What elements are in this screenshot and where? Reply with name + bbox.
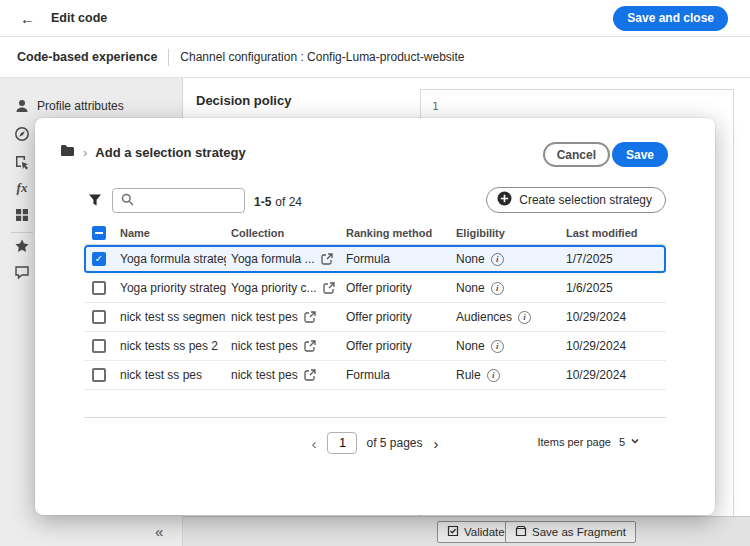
eligibility-value: None — [456, 339, 485, 353]
rail-divider — [11, 232, 33, 233]
back-icon[interactable]: ← — [20, 11, 35, 26]
feedback-icon[interactable] — [14, 264, 30, 280]
strategy-name: nick test ss pes — [115, 368, 226, 382]
column-header-last-modified: Last modified — [561, 227, 666, 239]
cancel-button[interactable]: Cancel — [543, 142, 610, 167]
collection-cell: nick test pes — [226, 368, 341, 382]
items-per-page-value: 5 — [619, 436, 625, 448]
data-grid-icon[interactable] — [14, 207, 30, 223]
info-icon[interactable] — [487, 369, 500, 382]
app-root: ← Edit code Save and close Code-based ex… — [0, 0, 750, 546]
compass-icon[interactable] — [14, 126, 30, 142]
collection-cell: nick test pes — [226, 339, 341, 353]
inspect-element-icon[interactable] — [14, 154, 30, 170]
open-collection-icon[interactable] — [321, 253, 333, 265]
page-number-input[interactable] — [327, 432, 357, 454]
info-icon[interactable] — [491, 340, 504, 353]
save-button[interactable]: Save — [612, 142, 668, 167]
add-selection-strategy-dialog: › Add a selection strategy Cancel Save 1… — [35, 118, 715, 515]
decision-policy-heading: Decision policy — [196, 93, 291, 108]
add-circle-icon — [497, 191, 512, 209]
sidebar-item-profile-attributes[interactable]: Profile attributes — [37, 99, 124, 113]
info-icon[interactable] — [491, 253, 504, 266]
create-selection-strategy-button[interactable]: Create selection strategy — [486, 187, 666, 213]
eligibility-value: Audiences — [456, 310, 512, 324]
editor-line-number: 1 — [432, 100, 439, 113]
dialog-title: Add a selection strategy — [95, 145, 245, 160]
validate-icon — [447, 525, 459, 539]
column-header-eligibility: Eligibility — [451, 227, 561, 239]
collection-name: Yoga formula ... — [231, 252, 315, 266]
row-checkbox[interactable] — [92, 310, 106, 324]
open-collection-icon[interactable] — [304, 369, 316, 381]
open-collection-icon[interactable] — [304, 311, 316, 323]
star-icon[interactable] — [14, 238, 30, 254]
eligibility-cell: Rule — [451, 368, 561, 382]
count-total: of 24 — [275, 195, 302, 209]
validate-label: Validate — [464, 526, 505, 538]
ranking-method: Formula — [341, 368, 451, 382]
eligibility-cell: None — [451, 339, 561, 353]
experience-type-label: Code-based experience — [17, 50, 157, 64]
items-per-page-label: Items per page — [538, 436, 611, 448]
table-row[interactable]: nick tests ss pes 2 nick test pes Offer … — [84, 332, 666, 361]
last-modified: 1/6/2025 — [561, 281, 666, 295]
items-per-page-dropdown[interactable]: 5 — [619, 436, 640, 448]
previous-page-icon[interactable]: ‹ — [309, 436, 318, 451]
filter-icon[interactable] — [88, 193, 102, 210]
next-page-icon[interactable]: › — [432, 436, 441, 451]
row-checkbox[interactable] — [92, 281, 106, 295]
collection-name: nick test pes — [231, 310, 298, 324]
last-modified: 10/29/2024 — [561, 310, 666, 324]
items-per-page: Items per page 5 — [538, 436, 641, 448]
info-icon[interactable] — [518, 311, 531, 324]
table-row[interactable]: nick test ss pes nick test pes Formula R… — [84, 361, 666, 390]
table-row[interactable]: nick test ss segment nick test pes Offer… — [84, 303, 666, 332]
editor-footer: Validate Save as Fragment — [183, 516, 750, 546]
open-collection-icon[interactable] — [323, 282, 335, 294]
strategy-name: nick tests ss pes 2 — [115, 339, 226, 353]
last-modified: 10/29/2024 — [561, 368, 666, 382]
row-checkbox[interactable] — [92, 368, 106, 382]
eligibility-value: None — [456, 252, 485, 266]
save-as-fragment-label: Save as Fragment — [532, 526, 626, 538]
column-header-collection: Collection — [226, 227, 341, 239]
info-icon[interactable] — [491, 282, 504, 295]
search-input[interactable] — [140, 194, 232, 208]
validate-button[interactable]: Validate — [437, 521, 515, 543]
row-checkbox[interactable] — [92, 339, 106, 353]
chevron-right-icon: › — [83, 146, 87, 159]
strategy-name: Yoga priority strategy — [115, 281, 226, 295]
eligibility-value: None — [456, 281, 485, 295]
ranking-method: Offer priority — [341, 339, 451, 353]
table-row[interactable]: Yoga formula strategy Yoga formula ... F… — [84, 245, 666, 274]
collapse-panel-icon[interactable]: « — [155, 523, 163, 540]
select-all-checkbox[interactable] — [92, 226, 106, 240]
eligibility-cell: Audiences — [451, 310, 561, 324]
chevron-down-icon — [630, 436, 640, 448]
column-header-ranking-method: Ranking method — [341, 227, 451, 239]
create-selection-strategy-label: Create selection strategy — [519, 193, 652, 207]
save-as-fragment-button[interactable]: Save as Fragment — [505, 521, 636, 543]
eligibility-cell: None — [451, 281, 561, 295]
divider — [168, 49, 169, 66]
context-bar: Code-based experience Channel configurat… — [0, 37, 750, 78]
channel-configuration-label: Channel configuration : Config-Luma-prod… — [180, 50, 464, 64]
collection-cell: nick test pes — [226, 310, 341, 324]
strategies-table: Name Collection Ranking method Eligibili… — [84, 222, 666, 418]
last-modified: 10/29/2024 — [561, 339, 666, 353]
table-row[interactable]: Yoga priority strategy Yoga priority c..… — [84, 274, 666, 303]
row-checkbox[interactable] — [92, 252, 106, 266]
page-title: Edit code — [51, 11, 107, 25]
breadcrumb: › Add a selection strategy — [60, 143, 246, 161]
functions-icon[interactable]: fx — [14, 180, 30, 196]
collection-name: nick test pes — [231, 368, 298, 382]
save-and-close-button[interactable]: Save and close — [613, 6, 728, 31]
open-collection-icon[interactable] — [304, 340, 316, 352]
collection-cell: Yoga priority c... — [226, 281, 341, 295]
folder-icon[interactable] — [60, 143, 75, 161]
profile-icon[interactable] — [14, 98, 30, 114]
collection-name: nick test pes — [231, 339, 298, 353]
last-modified: 1/7/2025 — [561, 252, 666, 266]
page-count-label: of 5 pages — [366, 436, 422, 450]
